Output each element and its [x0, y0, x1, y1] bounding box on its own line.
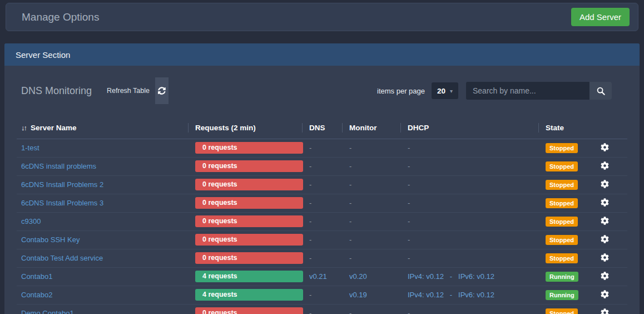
state-cell: Stopped — [538, 212, 584, 230]
monitor-cell: - — [342, 194, 400, 212]
table-row: Contabo14 requestsv0.21v0.20IPv4: v0.12 … — [17, 267, 627, 286]
requests-badge: 0 requests — [195, 234, 303, 246]
sort-icon[interactable]: ↓↑ — [21, 124, 26, 132]
table-header: ↓↑Server Name Requests (2 min) DNS Monit… — [17, 117, 627, 139]
items-per-page-label: items per page — [377, 87, 425, 95]
dhcp-cell-value: IPv4: v0.12 - IPv6: v0.12 — [408, 291, 494, 299]
table-row: 6cDNS Install Problems 30 requests---Sto… — [17, 194, 627, 212]
table-row: Contabo Test Add service0 requests---Sto… — [17, 249, 627, 267]
dhcp-cell-value: - — [408, 217, 410, 225]
gear-button[interactable] — [601, 290, 609, 298]
section-header: Server Section — [4, 43, 640, 66]
requests-badge: 0 requests — [195, 252, 303, 264]
search-icon — [596, 86, 606, 96]
refresh-table-label: Refresh Table — [107, 87, 150, 95]
actions-cell — [584, 286, 627, 304]
state-badge: Stopped — [546, 161, 578, 171]
server-name-link[interactable]: Contabo Test Add service — [21, 254, 103, 262]
server-table-body: 1-test0 requests---Stopped6cDNS install … — [17, 139, 627, 314]
gear-button[interactable] — [601, 217, 609, 225]
server-section-panel: Server Section DNS Monitoring Refresh Ta… — [4, 43, 640, 314]
dns-cell-value: - — [309, 199, 311, 207]
state-cell: Stopped — [538, 194, 584, 212]
table-toolbar: DNS Monitoring Refresh Table items per p… — [17, 77, 627, 104]
requests-badge: 0 requests — [195, 215, 303, 227]
server-name-link[interactable]: Demo Contabo1 — [21, 309, 74, 314]
state-cell: Stopped — [538, 139, 584, 157]
monitor-cell-value: v0.20 — [349, 272, 367, 281]
dhcp-cell: - — [400, 249, 538, 267]
server-name-cell: 6cDNS install problems — [17, 157, 188, 175]
column-server-name[interactable]: ↓↑Server Name — [17, 117, 188, 139]
gear-button[interactable] — [601, 161, 609, 170]
gear-icon — [601, 308, 609, 314]
server-name-cell: Contabo SSH Key — [17, 230, 188, 249]
server-name-link[interactable]: 6cDNS install problems — [21, 162, 96, 170]
gear-button[interactable] — [601, 198, 609, 207]
gear-button[interactable] — [601, 272, 609, 280]
gear-icon — [601, 143, 609, 151]
gear-button[interactable] — [601, 180, 609, 188]
monitor-cell: - — [342, 212, 400, 230]
gear-icon — [601, 180, 609, 188]
dhcp-cell: - — [400, 139, 538, 157]
gear-button[interactable] — [601, 235, 609, 243]
gear-button[interactable] — [601, 253, 609, 262]
column-state: State — [538, 117, 584, 139]
state-badge: Stopped — [546, 235, 578, 245]
chevron-down-icon: ▾ — [450, 88, 453, 94]
column-requests: Requests (2 min) — [188, 117, 302, 139]
page-title: Manage Options — [22, 11, 99, 23]
gear-button[interactable] — [601, 143, 609, 151]
actions-cell — [584, 194, 627, 212]
state-cell: Stopped — [538, 249, 584, 267]
server-name-link[interactable]: 6cDNS Install Problems 3 — [21, 199, 103, 207]
gear-icon — [601, 290, 609, 298]
actions-cell — [584, 230, 627, 249]
monitor-cell-value: - — [349, 217, 351, 225]
table-row: 1-test0 requests---Stopped — [17, 139, 627, 157]
server-name-cell: Contabo1 — [17, 267, 188, 286]
requests-badge: 4 requests — [195, 271, 303, 282]
dns-cell-value: - — [309, 254, 311, 262]
section-title: Server Section — [16, 50, 70, 60]
dhcp-cell-value: IPv4: v0.12 - IPv6: v0.12 — [408, 272, 494, 281]
dhcp-cell: - — [400, 230, 538, 249]
column-dhcp: DHCP — [400, 117, 538, 139]
items-per-page-select[interactable]: 20 ▾ — [432, 82, 458, 99]
actions-cell — [584, 304, 627, 314]
server-name-link[interactable]: 1-test — [21, 144, 39, 152]
dhcp-cell-value: - — [408, 162, 410, 170]
requests-badge: 4 requests — [195, 289, 303, 301]
dns-cell: - — [302, 157, 342, 175]
search-button[interactable] — [589, 82, 612, 100]
dhcp-cell-value: - — [408, 180, 410, 189]
state-badge: Running — [546, 272, 578, 282]
state-badge: Stopped — [546, 308, 578, 314]
dns-cell-value: - — [309, 291, 311, 299]
state-badge: Stopped — [546, 143, 578, 153]
server-name-link[interactable]: Contabo2 — [21, 291, 52, 299]
dhcp-cell-value: - — [408, 236, 410, 244]
search-input[interactable] — [466, 82, 589, 100]
dns-cell-value: - — [309, 217, 311, 225]
server-name-link[interactable]: Contabo SSH Key — [21, 236, 80, 244]
refresh-table-button[interactable] — [155, 77, 169, 104]
monitor-cell: - — [342, 230, 400, 249]
gear-button[interactable] — [601, 308, 609, 314]
actions-cell — [584, 249, 627, 267]
actions-cell — [584, 157, 627, 175]
dhcp-cell: - — [400, 212, 538, 230]
toolbar-right-group: items per page 20 ▾ — [377, 82, 612, 100]
dhcp-cell: - — [400, 175, 538, 194]
monitor-cell: - — [342, 157, 400, 175]
server-name-link[interactable]: c9300 — [21, 217, 41, 225]
add-server-button[interactable]: Add Server — [571, 8, 630, 26]
requests-cell: 0 requests — [188, 175, 302, 194]
search-group — [466, 82, 612, 100]
requests-cell: 0 requests — [188, 249, 302, 267]
server-name-link[interactable]: 6cDNS Install Problems 2 — [21, 180, 103, 189]
monitor-cell-value: - — [349, 180, 351, 189]
monitor-cell: - — [342, 249, 400, 267]
server-name-link[interactable]: Contabo1 — [21, 272, 52, 281]
